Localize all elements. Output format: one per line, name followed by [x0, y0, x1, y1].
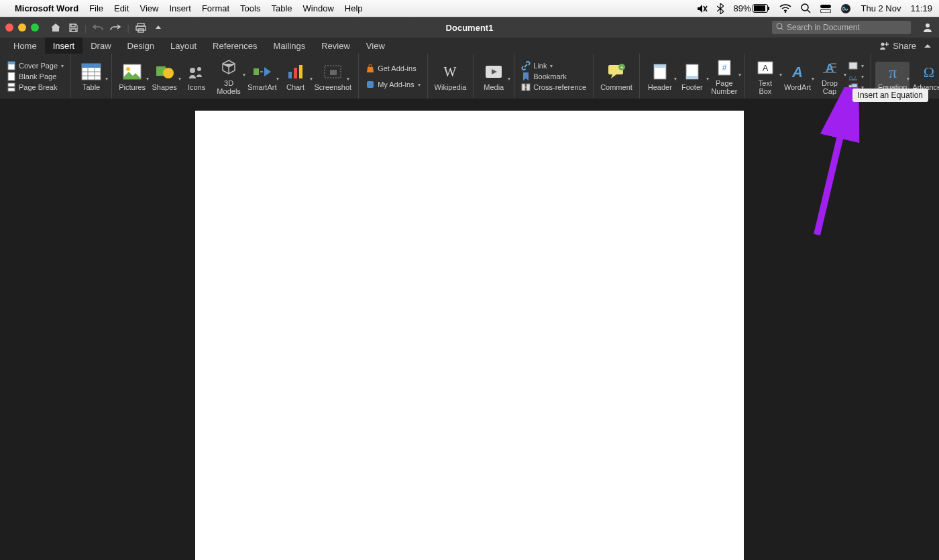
advanced-symbol-button[interactable]: ΩAdvanced: [909, 62, 939, 91]
svg-rect-39: [294, 68, 297, 78]
tab-layout[interactable]: Layout: [162, 38, 205, 54]
footer-button[interactable]: ▾Footer: [676, 62, 708, 91]
menu-format[interactable]: Format: [202, 3, 229, 13]
control-center-icon[interactable]: [820, 5, 831, 13]
tab-review[interactable]: Review: [313, 38, 358, 54]
account-icon[interactable]: [922, 21, 934, 34]
quick-parts-button[interactable]: ▾: [848, 61, 864, 70]
menu-table[interactable]: Table: [271, 3, 292, 13]
smartart-button[interactable]: ▾SmartArt: [245, 62, 279, 91]
symbol-icon: Ω: [918, 62, 939, 82]
screenshot-button[interactable]: ▾Screenshot: [312, 62, 355, 91]
tab-view[interactable]: View: [358, 38, 393, 54]
equation-button[interactable]: π▾Equation: [875, 62, 909, 91]
collapse-ribbon-icon[interactable]: [924, 41, 931, 51]
table-button[interactable]: ▾ Table: [75, 62, 107, 91]
header-button[interactable]: ▾Header: [644, 62, 676, 91]
chart-button[interactable]: ▾Chart: [280, 62, 312, 91]
drop-cap-label: Drop Cap: [822, 79, 838, 95]
my-addins-button[interactable]: My Add-ins▾: [366, 80, 420, 89]
spotlight-icon[interactable]: [801, 3, 811, 13]
document-page[interactable]: [195, 111, 744, 560]
menu-file[interactable]: File: [89, 3, 103, 13]
home-icon[interactable]: [50, 21, 62, 34]
siri-icon[interactable]: [840, 3, 851, 14]
media-button[interactable]: ▾Media: [478, 62, 510, 91]
comment-button[interactable]: +Comment: [598, 62, 635, 91]
bookmark-button[interactable]: Bookmark: [521, 72, 586, 81]
my-addins-label: My Add-ins: [378, 80, 414, 89]
cross-reference-icon: [521, 82, 531, 92]
svg-rect-26: [82, 64, 101, 68]
tab-insert[interactable]: Insert: [45, 38, 83, 54]
clock-date[interactable]: Thu 2 Nov: [861, 3, 901, 13]
get-addins-button[interactable]: Get Add-ins: [366, 64, 420, 73]
wordart-button[interactable]: A▾WordArt: [781, 62, 814, 91]
qat-customize-icon[interactable]: [152, 21, 164, 34]
header-icon: ▾: [649, 62, 671, 82]
print-icon[interactable]: [135, 21, 147, 34]
menu-window[interactable]: Window: [303, 3, 334, 13]
battery-status[interactable]: 89%: [733, 3, 770, 13]
svg-rect-37: [254, 68, 259, 75]
save-icon[interactable]: [67, 21, 79, 34]
page-break-button[interactable]: Page Break: [7, 82, 64, 92]
store-icon: [366, 64, 375, 73]
menu-view[interactable]: View: [140, 3, 158, 13]
blank-page-button[interactable]: Blank Page: [7, 72, 64, 81]
svg-text:π: π: [889, 64, 897, 80]
menu-tools[interactable]: Tools: [240, 3, 260, 13]
shapes-button[interactable]: ▾Shapes: [148, 62, 180, 91]
undo-icon[interactable]: [92, 21, 104, 34]
close-window-button[interactable]: [5, 23, 13, 32]
search-input[interactable]: Search in Document: [772, 21, 911, 34]
redo-icon[interactable]: [109, 21, 121, 34]
tab-home[interactable]: Home: [5, 38, 45, 54]
menu-help[interactable]: Help: [345, 3, 363, 13]
drop-cap-button[interactable]: A▾Drop Cap: [814, 58, 846, 95]
link-button[interactable]: Link▾: [521, 61, 586, 70]
tab-references[interactable]: References: [205, 38, 265, 54]
clock-time[interactable]: 11:19: [910, 3, 932, 13]
text-box-label: Text Box: [752, 79, 779, 95]
menu-edit[interactable]: Edit: [114, 3, 129, 13]
app-name[interactable]: Microsoft Word: [15, 3, 78, 13]
icons-button[interactable]: Icons: [180, 62, 213, 91]
svg-rect-22: [8, 72, 15, 80]
page-number-button[interactable]: #▾Page Number: [708, 58, 740, 95]
svg-rect-8: [820, 5, 831, 8]
comment-label: Comment: [600, 83, 632, 91]
tab-mailings[interactable]: Mailings: [266, 38, 314, 54]
wikipedia-button[interactable]: WWikipedia: [432, 62, 470, 91]
tab-design[interactable]: Design: [119, 38, 162, 54]
cover-page-button[interactable]: Cover Page▾: [7, 61, 64, 70]
shapes-label: Shapes: [152, 83, 176, 91]
zoom-window-button[interactable]: [31, 23, 39, 32]
pictures-button[interactable]: ▾Pictures: [116, 62, 148, 91]
smartart-label: SmartArt: [247, 83, 276, 91]
text-box-button[interactable]: A▾Text Box: [749, 58, 781, 95]
signature-line-button[interactable]: ▾: [848, 72, 864, 81]
ribbon-insert: Cover Page▾ Blank Page Page Break ▾ Tabl…: [0, 54, 939, 100]
cross-reference-button[interactable]: Cross-reference: [521, 82, 586, 92]
tab-draw[interactable]: Draw: [82, 38, 119, 54]
svg-rect-38: [288, 72, 292, 78]
svg-line-15: [781, 28, 783, 30]
wifi-icon[interactable]: [779, 4, 791, 13]
svg-rect-46: [522, 84, 525, 91]
document-canvas[interactable]: [0, 99, 939, 560]
3d-models-button[interactable]: ▾3D Models: [213, 58, 245, 95]
share-button[interactable]: Share: [871, 38, 939, 54]
svg-rect-40: [299, 65, 302, 78]
bluetooth-icon[interactable]: [717, 3, 724, 14]
volume-muted-icon[interactable]: [697, 4, 708, 13]
menu-insert[interactable]: Insert: [169, 3, 191, 13]
table-label: Table: [82, 83, 100, 91]
group-pages: Cover Page▾ Blank Page Page Break: [0, 54, 71, 99]
3d-models-label: 3D Models: [217, 79, 240, 95]
page-break-label: Page Break: [19, 83, 57, 91]
svg-rect-52: [654, 64, 666, 68]
footer-icon: ▾: [681, 62, 704, 82]
link-icon: [521, 61, 531, 70]
minimize-window-button[interactable]: [18, 23, 26, 32]
